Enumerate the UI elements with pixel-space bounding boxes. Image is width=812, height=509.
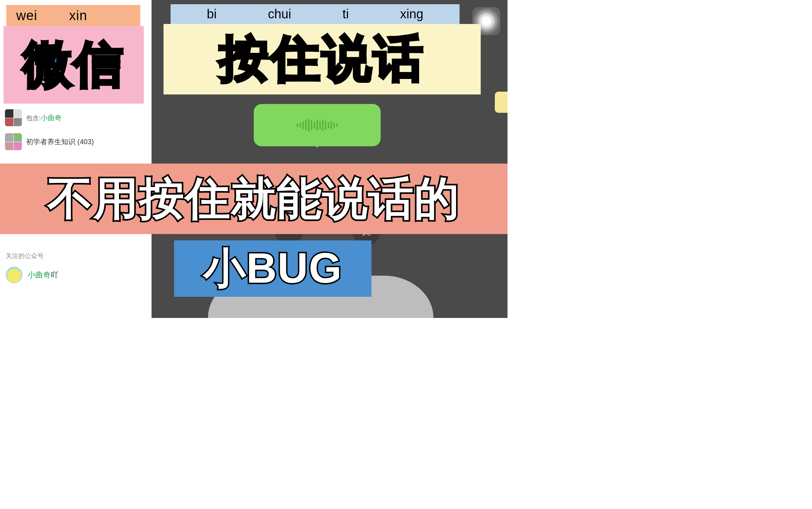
chat-row-group[interactable]: 初学者养生知识 (403): [0, 130, 152, 154]
overlay-hold-to-talk: 按住说话: [164, 24, 481, 94]
account-avatar-icon: [6, 266, 23, 283]
group-avatar-icon: [5, 109, 22, 126]
overlay-banner: 不用按住就能说话的: [0, 164, 508, 234]
contains-value: 小曲奇: [41, 114, 62, 122]
account-row[interactable]: 小曲奇吖: [0, 263, 152, 287]
voice-bubble: [254, 104, 381, 146]
overlay-bug: 小BUG: [174, 240, 371, 297]
overlay-weixin: 微信: [4, 26, 144, 104]
waveform-icon: [297, 119, 338, 131]
pinyin-weixin-label: wei xin: [6, 5, 140, 26]
section-label-followed-accounts: 关注的公众号: [0, 249, 152, 263]
chat-row-contains[interactable]: 包含:小曲奇: [0, 106, 152, 130]
account-name: 小曲奇吖: [27, 270, 59, 280]
emoji-peek-icon: [495, 92, 508, 113]
group-name: 初学者养生知识 (403): [26, 137, 147, 147]
contains-label: 包含:: [26, 115, 41, 122]
group-avatar-icon: [5, 133, 22, 150]
pinyin-bichuitixing-label: bi chui ti xing: [171, 4, 460, 24]
